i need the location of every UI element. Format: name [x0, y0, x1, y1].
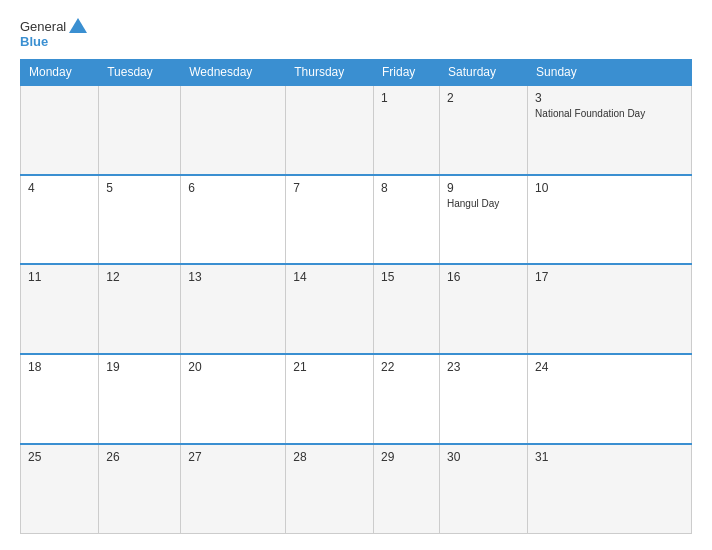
day-number: 8: [381, 181, 432, 195]
calendar-cell: 9Hangul Day: [439, 175, 527, 265]
day-number: 17: [535, 270, 684, 284]
weekday-header-monday: Monday: [21, 60, 99, 86]
day-number: 13: [188, 270, 278, 284]
calendar-cell: [286, 85, 374, 175]
day-number: 31: [535, 450, 684, 464]
calendar-cell: 1: [374, 85, 440, 175]
holiday-name: Hangul Day: [447, 197, 520, 210]
calendar-cell: 5: [99, 175, 181, 265]
logo-icon: [68, 16, 88, 36]
weekday-header-wednesday: Wednesday: [181, 60, 286, 86]
day-number: 19: [106, 360, 173, 374]
calendar-cell: 15: [374, 264, 440, 354]
day-number: 3: [535, 91, 684, 105]
calendar-cell: 30: [439, 444, 527, 534]
day-number: 2: [447, 91, 520, 105]
calendar-cell: 8: [374, 175, 440, 265]
week-row-4: 18192021222324: [21, 354, 692, 444]
calendar-cell: 22: [374, 354, 440, 444]
calendar-cell: 27: [181, 444, 286, 534]
logo-blue-text: Blue: [20, 34, 48, 49]
calendar-page: General Blue MondayTuesdayWednesdayThurs…: [0, 0, 712, 550]
calendar-header-row: MondayTuesdayWednesdayThursdayFridaySatu…: [21, 60, 692, 86]
calendar-cell: 14: [286, 264, 374, 354]
day-number: 24: [535, 360, 684, 374]
calendar-header: General Blue: [20, 16, 692, 49]
week-row-3: 11121314151617: [21, 264, 692, 354]
day-number: 28: [293, 450, 366, 464]
calendar-cell: 3National Foundation Day: [528, 85, 692, 175]
logo-general-text: General: [20, 19, 66, 34]
day-number: 6: [188, 181, 278, 195]
calendar-cell: 24: [528, 354, 692, 444]
weekday-header-sunday: Sunday: [528, 60, 692, 86]
calendar-cell: 21: [286, 354, 374, 444]
day-number: 26: [106, 450, 173, 464]
holiday-name: National Foundation Day: [535, 107, 684, 120]
day-number: 23: [447, 360, 520, 374]
calendar-cell: 29: [374, 444, 440, 534]
calendar-cell: [21, 85, 99, 175]
day-number: 15: [381, 270, 432, 284]
calendar-cell: 31: [528, 444, 692, 534]
calendar-cell: 16: [439, 264, 527, 354]
day-number: 5: [106, 181, 173, 195]
calendar-cell: 26: [99, 444, 181, 534]
week-row-1: 123National Foundation Day: [21, 85, 692, 175]
calendar-cell: 7: [286, 175, 374, 265]
week-row-2: 456789Hangul Day10: [21, 175, 692, 265]
day-number: 7: [293, 181, 366, 195]
calendar-cell: 28: [286, 444, 374, 534]
day-number: 20: [188, 360, 278, 374]
calendar-cell: 25: [21, 444, 99, 534]
weekday-header-friday: Friday: [374, 60, 440, 86]
weekday-header-tuesday: Tuesday: [99, 60, 181, 86]
calendar-cell: 17: [528, 264, 692, 354]
day-number: 30: [447, 450, 520, 464]
day-number: 12: [106, 270, 173, 284]
day-number: 14: [293, 270, 366, 284]
weekday-header-row: MondayTuesdayWednesdayThursdayFridaySatu…: [21, 60, 692, 86]
calendar-cell: 4: [21, 175, 99, 265]
calendar-cell: [99, 85, 181, 175]
day-number: 10: [535, 181, 684, 195]
day-number: 29: [381, 450, 432, 464]
weekday-header-thursday: Thursday: [286, 60, 374, 86]
day-number: 4: [28, 181, 91, 195]
week-row-5: 25262728293031: [21, 444, 692, 534]
day-number: 25: [28, 450, 91, 464]
calendar-cell: 10: [528, 175, 692, 265]
calendar-table: MondayTuesdayWednesdayThursdayFridaySatu…: [20, 59, 692, 534]
day-number: 27: [188, 450, 278, 464]
day-number: 11: [28, 270, 91, 284]
day-number: 9: [447, 181, 520, 195]
day-number: 1: [381, 91, 432, 105]
calendar-body: 123National Foundation Day456789Hangul D…: [21, 85, 692, 534]
calendar-cell: 6: [181, 175, 286, 265]
calendar-cell: 13: [181, 264, 286, 354]
calendar-cell: 23: [439, 354, 527, 444]
calendar-cell: 19: [99, 354, 181, 444]
day-number: 16: [447, 270, 520, 284]
day-number: 22: [381, 360, 432, 374]
calendar-cell: 12: [99, 264, 181, 354]
weekday-header-saturday: Saturday: [439, 60, 527, 86]
calendar-cell: 2: [439, 85, 527, 175]
svg-marker-0: [69, 18, 87, 33]
logo: General Blue: [20, 16, 88, 49]
calendar-cell: 20: [181, 354, 286, 444]
calendar-cell: 11: [21, 264, 99, 354]
day-number: 21: [293, 360, 366, 374]
calendar-cell: 18: [21, 354, 99, 444]
day-number: 18: [28, 360, 91, 374]
calendar-cell: [181, 85, 286, 175]
